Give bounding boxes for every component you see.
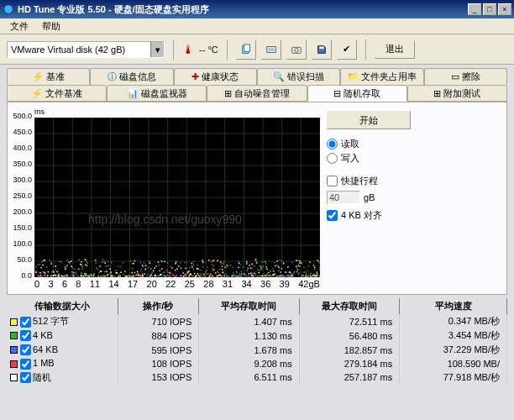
close-button[interactable]: ×	[498, 3, 511, 15]
exit-button[interactable]: 退出	[375, 40, 415, 59]
camera-button[interactable]	[286, 39, 307, 60]
menu-help[interactable]: 帮助	[35, 18, 67, 34]
svg-rect-505	[298, 265, 300, 267]
svg-rect-50	[223, 261, 225, 263]
maximize-button[interactable]: □	[483, 3, 496, 15]
minimize-button[interactable]: _	[468, 3, 481, 15]
bolt-icon: ⚡	[32, 71, 44, 82]
svg-rect-226	[256, 262, 258, 264]
svg-rect-569	[261, 275, 263, 276]
svg-rect-590	[213, 259, 215, 260]
chevron-down-icon[interactable]: ▾	[150, 42, 164, 57]
tab-erase[interactable]: ▭擦除	[424, 68, 507, 85]
svg-rect-71	[170, 266, 172, 268]
svg-rect-277	[218, 272, 220, 274]
svg-rect-352	[37, 275, 39, 276]
svg-rect-292	[308, 274, 310, 276]
svg-rect-607	[181, 268, 182, 270]
svg-rect-311	[71, 260, 72, 262]
svg-rect-110	[317, 275, 319, 276]
svg-rect-609	[191, 276, 193, 277]
row-check[interactable]	[20, 372, 31, 383]
svg-rect-498	[112, 276, 113, 277]
tab-diskinfo[interactable]: ⓘ磁盘信息	[90, 68, 173, 85]
tab-monitor[interactable]: 📊磁盘监视器	[107, 85, 207, 102]
svg-rect-568	[91, 275, 92, 276]
svg-rect-373	[51, 276, 53, 277]
tab-aam[interactable]: ⊞自动噪音管理	[207, 85, 307, 102]
svg-rect-455	[296, 271, 298, 273]
svg-rect-100	[261, 267, 263, 269]
row-check[interactable]	[20, 359, 31, 370]
svg-rect-117	[317, 272, 318, 274]
extra-icon: ⊞	[433, 88, 441, 99]
shortstroke-size[interactable]	[327, 191, 360, 204]
svg-rect-453	[240, 276, 242, 277]
color-swatch	[10, 332, 18, 339]
row-check[interactable]	[20, 344, 31, 355]
svg-rect-196	[189, 267, 191, 269]
svg-rect-65	[185, 274, 186, 276]
svg-rect-442	[309, 261, 311, 263]
window-title: HD Tune 专业版 5.50 - 硬盘/固态硬盘实用程序	[18, 3, 466, 16]
svg-rect-211	[155, 274, 156, 276]
folder-icon: 📁	[347, 71, 359, 82]
svg-rect-163	[143, 266, 144, 268]
radio-read[interactable]: 读取	[327, 138, 411, 150]
svg-rect-262	[123, 262, 124, 264]
svg-rect-415	[133, 276, 134, 277]
svg-rect-598	[205, 271, 207, 273]
col-max: 最大存取时间	[299, 298, 399, 314]
svg-rect-408	[316, 276, 317, 277]
scatter-chart	[34, 118, 320, 277]
svg-rect-375	[87, 265, 88, 267]
svg-rect-333	[227, 276, 228, 277]
radio-write[interactable]: 写入	[327, 152, 411, 165]
svg-rect-406	[158, 261, 160, 263]
info-icon: ⓘ	[108, 71, 117, 83]
svg-rect-409	[275, 273, 276, 275]
screenshot-button[interactable]	[261, 39, 281, 60]
align-check[interactable]: 4 KB 对齐	[327, 209, 411, 222]
x-axis-labels: 0368111417202225283134363942gB	[34, 279, 320, 289]
svg-rect-334	[140, 262, 142, 264]
svg-rect-450	[163, 275, 165, 276]
svg-rect-121	[203, 274, 205, 276]
svg-rect-343	[258, 272, 260, 274]
tab-folderusage[interactable]: 📁文件夹占用率	[340, 68, 423, 85]
tab-errorscan[interactable]: 🔍错误扫描	[257, 68, 340, 85]
svg-rect-581	[208, 260, 210, 261]
options-button[interactable]: ✔	[337, 39, 357, 60]
svg-rect-387	[240, 264, 242, 265]
svg-rect-307	[178, 265, 180, 267]
tab-health[interactable]: ✚健康状态	[174, 68, 257, 85]
svg-rect-576	[134, 275, 136, 276]
svg-rect-579	[319, 276, 320, 277]
svg-rect-494	[254, 273, 255, 275]
save-button[interactable]	[312, 39, 332, 60]
table-row: 4 KB884 IOPS1.130 ms56.480 ms3.454 MB/秒	[7, 328, 507, 343]
disk-select-value[interactable]	[8, 42, 150, 57]
svg-rect-329	[170, 273, 172, 275]
shortstroke-check[interactable]: 快捷行程	[327, 175, 411, 187]
svg-rect-399	[298, 272, 300, 274]
svg-rect-49	[43, 260, 45, 261]
svg-rect-316	[314, 267, 316, 269]
svg-rect-584	[73, 272, 75, 274]
menu-file[interactable]: 文件	[3, 18, 35, 34]
svg-rect-472	[67, 260, 69, 261]
svg-rect-595	[249, 265, 250, 266]
svg-rect-615	[209, 276, 211, 277]
svg-rect-157	[141, 269, 143, 270]
row-check[interactable]	[20, 317, 31, 328]
svg-rect-504	[212, 270, 214, 271]
copy-info-button[interactable]	[236, 39, 256, 60]
svg-rect-588	[265, 275, 266, 276]
disk-select[interactable]: ▾	[7, 41, 165, 58]
tab-benchmark[interactable]: ⚡基准	[7, 68, 90, 85]
start-button[interactable]: 开始	[327, 111, 411, 129]
row-check[interactable]	[20, 330, 31, 341]
tab-extra[interactable]: ⊞附加测试	[407, 85, 507, 102]
tab-random-access[interactable]: ⊟随机存取	[307, 85, 407, 102]
tab-filebench[interactable]: ⚡文件基准	[7, 85, 107, 102]
